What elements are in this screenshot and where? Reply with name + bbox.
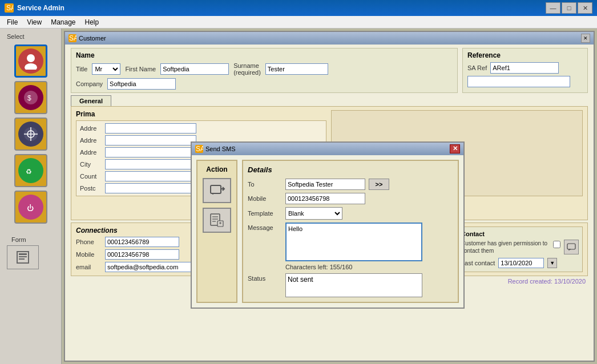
sms-mobile-input[interactable] bbox=[285, 193, 365, 204]
svg-text:$: $ bbox=[27, 94, 31, 102]
customer-titlebar: SA Customer ✕ bbox=[65, 32, 594, 45]
sms-dialog-icon: SA bbox=[195, 145, 203, 153]
ref-extra-input[interactable] bbox=[467, 76, 570, 87]
name-section-title: Name bbox=[76, 51, 453, 59]
name-section: Name Title MrMrsMsDr First Name Surname(… bbox=[71, 48, 458, 93]
svg-point-3 bbox=[25, 63, 37, 70]
sidebar-btn-person[interactable] bbox=[14, 45, 47, 78]
last-contact-input[interactable] bbox=[498, 258, 544, 268]
email-label: email bbox=[76, 264, 102, 270]
address1-input[interactable] bbox=[105, 123, 196, 134]
contact-sms-btn[interactable] bbox=[564, 240, 579, 254]
svg-rect-17 bbox=[19, 258, 25, 260]
contact-section: Contact Customer has given permission to… bbox=[457, 227, 583, 272]
template-select[interactable]: BlankTemplate1Template2 bbox=[285, 207, 342, 220]
last-contact-label: Last contact bbox=[461, 260, 495, 266]
sms-template-icon bbox=[208, 212, 225, 229]
form-icon bbox=[15, 249, 31, 265]
customer-window: SA Customer ✕ Name Title MrMrsMsDr bbox=[64, 31, 595, 362]
template-label: Template bbox=[248, 210, 282, 217]
calendar-btn[interactable]: ▼ bbox=[547, 258, 557, 268]
arrow-button[interactable]: >> bbox=[369, 179, 389, 190]
company-input[interactable] bbox=[107, 78, 176, 90]
svg-rect-20 bbox=[567, 244, 575, 249]
menu-file[interactable]: File bbox=[2, 17, 22, 27]
sa-ref-input[interactable] bbox=[490, 62, 559, 74]
sidebar-btn-green[interactable]: ♻ bbox=[14, 154, 47, 187]
svg-rect-15 bbox=[19, 253, 27, 255]
address2-input[interactable] bbox=[105, 135, 196, 145]
mobile-label: Mobile bbox=[76, 251, 102, 258]
sidebar: Select $ ♻ ⏻ Form bbox=[0, 29, 62, 364]
message-textarea[interactable]: Hello bbox=[285, 223, 422, 261]
power-icon: ⏻ bbox=[18, 195, 43, 220]
svg-text:SA: SA bbox=[69, 34, 76, 42]
sidebar-btn-money[interactable]: $ bbox=[14, 81, 47, 114]
sidebar-btn-power[interactable]: ⏻ bbox=[14, 191, 47, 224]
reference-section: Reference SA Ref bbox=[462, 48, 588, 93]
first-name-label: First Name bbox=[125, 66, 156, 72]
sms-action-panel: Action bbox=[196, 160, 237, 303]
surname-input[interactable] bbox=[265, 63, 328, 75]
form-button[interactable] bbox=[7, 245, 39, 269]
message-label: Message bbox=[248, 223, 282, 231]
main-layout: Select $ ♻ ⏻ Form bbox=[0, 29, 597, 364]
select-label: Select bbox=[7, 33, 25, 40]
app-title: Service Admin bbox=[17, 4, 546, 12]
svg-text:♻: ♻ bbox=[26, 168, 32, 176]
org-icon bbox=[18, 122, 43, 147]
money-icon: $ bbox=[18, 85, 43, 110]
minimize-button[interactable]: — bbox=[546, 2, 560, 14]
svg-point-2 bbox=[27, 54, 35, 62]
content-area: SA Customer ✕ Name Title MrMrsMsDr bbox=[62, 29, 597, 364]
sms-close-button[interactable]: ✕ bbox=[450, 144, 460, 153]
svg-text:SA: SA bbox=[196, 145, 203, 153]
address3-input[interactable] bbox=[105, 147, 196, 157]
characters-left: Characters left: 155/160 bbox=[285, 264, 352, 270]
city-input[interactable] bbox=[105, 159, 196, 169]
to-label: To bbox=[248, 181, 282, 188]
action-btn-1[interactable] bbox=[203, 178, 231, 203]
status-box: Not sent bbox=[285, 273, 422, 297]
title-label: Title bbox=[76, 66, 87, 72]
recycle-icon: ♻ bbox=[18, 158, 43, 183]
sms-send-icon bbox=[208, 182, 225, 199]
menu-manage[interactable]: Manage bbox=[46, 17, 80, 27]
sa-ref-label: SA Ref bbox=[467, 64, 487, 71]
customer-window-icon: SA bbox=[68, 34, 76, 42]
tab-general[interactable]: General bbox=[71, 95, 111, 106]
sms-dialog-title: Send SMS bbox=[205, 145, 450, 152]
county-input[interactable] bbox=[105, 171, 196, 181]
sidebar-btn-org[interactable] bbox=[14, 118, 47, 151]
title-bar: SA Service Admin — □ ✕ bbox=[0, 0, 597, 16]
postcode-input[interactable] bbox=[105, 183, 196, 193]
permission-label: Customer has given permission to contact… bbox=[461, 240, 550, 254]
mobile-input[interactable] bbox=[105, 249, 179, 260]
title-select[interactable]: MrMrsMsDr bbox=[92, 63, 120, 75]
customer-close-button[interactable]: ✕ bbox=[581, 34, 590, 43]
svg-rect-16 bbox=[19, 256, 27, 257]
phone-label: Phone bbox=[76, 238, 102, 245]
svg-rect-22 bbox=[211, 185, 221, 193]
surname-label: Surname(required) bbox=[233, 62, 261, 76]
primary-title: Prima bbox=[76, 110, 326, 118]
sms-details-panel: Details To >> Mobile bbox=[242, 160, 459, 303]
customer-window-title: Customer bbox=[79, 35, 581, 42]
menu-help[interactable]: Help bbox=[80, 17, 104, 27]
first-name-input[interactable] bbox=[160, 63, 229, 75]
menu-bar: File View Manage Help bbox=[0, 16, 597, 29]
sms-mobile-label: Mobile bbox=[248, 195, 282, 202]
phone-input[interactable] bbox=[105, 237, 179, 247]
app-icon: SA bbox=[5, 3, 14, 13]
maximize-button[interactable]: □ bbox=[562, 2, 576, 14]
svg-text:⏻: ⏻ bbox=[27, 204, 34, 212]
to-input[interactable] bbox=[285, 179, 365, 190]
svg-text:SA: SA bbox=[6, 4, 13, 12]
details-label: Details bbox=[248, 165, 453, 174]
permission-checkbox[interactable] bbox=[553, 241, 560, 248]
close-button[interactable]: ✕ bbox=[578, 2, 592, 14]
menu-view[interactable]: View bbox=[22, 17, 46, 27]
action-label: Action bbox=[206, 165, 227, 173]
person-icon bbox=[18, 48, 43, 74]
action-btn-2[interactable] bbox=[203, 208, 231, 233]
